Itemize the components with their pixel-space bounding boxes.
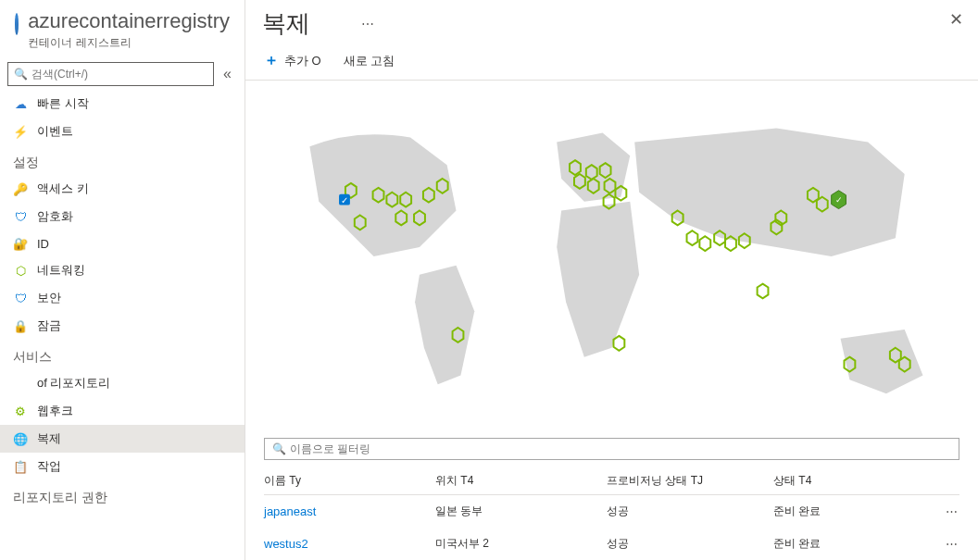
menu-label: 복제	[37, 430, 61, 447]
sidebar-item-security[interactable]: 🛡 보안	[0, 284, 244, 312]
globe-icon: 🌐	[13, 431, 28, 446]
refresh-label: 새로 고침	[344, 53, 395, 69]
rocket-icon: ☁	[13, 96, 28, 111]
webhook-icon: ⚙	[13, 404, 28, 418]
close-icon[interactable]: ✕	[949, 9, 963, 30]
sidebar-menu: ☁ 빠른 시작 ⚡ 이벤트 설정 🔑 액세스 키 🛡 암호화 🔐 ID ⬡	[0, 90, 244, 560]
menu-label: 보안	[37, 290, 61, 306]
col-provisioning[interactable]: 프로비저닝 상태 TJ	[607, 473, 773, 489]
sidebar-search-input[interactable]	[31, 68, 207, 81]
svg-text:✓: ✓	[341, 195, 348, 205]
row-actions-icon[interactable]: ⋯	[912, 504, 959, 518]
filter-input[interactable]	[290, 442, 951, 455]
menu-label: of 리포지토리	[37, 375, 110, 392]
search-icon: 🔍	[14, 68, 28, 81]
replica-status: 준비 완료	[773, 536, 912, 552]
replica-location: 미국서부 2	[435, 536, 607, 552]
menu-label: 네트워킹	[37, 262, 85, 279]
sidebar-item-networking[interactable]: ⬡ 네트워킹	[0, 256, 244, 284]
collapse-sidebar-icon[interactable]: «	[218, 66, 237, 82]
shield-icon: 🛡	[13, 291, 28, 305]
lock-icon: 🔒	[13, 318, 28, 333]
replica-status: 준비 완료	[773, 504, 912, 519]
lightning-icon: ⚡	[13, 124, 28, 139]
section-settings: 설정	[0, 145, 244, 175]
sidebar-item-identity[interactable]: 🔐 ID	[0, 230, 244, 256]
menu-label: 빠른 시작	[37, 95, 89, 112]
add-label: 추가 O	[284, 53, 321, 69]
sidebar-search[interactable]: 🔍	[7, 62, 214, 86]
svg-marker-21	[699, 236, 710, 251]
sidebar-item-access-keys[interactable]: 🔑 액세스 키	[0, 175, 244, 203]
id-icon: 🔐	[13, 236, 28, 251]
menu-label: 작업	[37, 458, 61, 475]
header: azurecontainerregistry 컨테이너 레지스트리	[0, 0, 244, 58]
svg-marker-20	[687, 230, 698, 245]
refresh-button[interactable]: 새로 고침	[344, 53, 395, 69]
filter-box[interactable]: 🔍	[264, 438, 959, 460]
sidebar-item-encryption[interactable]: 🛡 암호화	[0, 203, 244, 230]
replica-name-link[interactable]: westus2	[264, 537, 435, 551]
sidebar-item-repositories[interactable]: of 리포지토리	[0, 369, 244, 397]
plus-icon: ＋	[264, 51, 279, 70]
sidebar-item-events[interactable]: ⚡ 이벤트	[0, 118, 244, 145]
svg-text:✓: ✓	[835, 195, 843, 205]
toolbar: ＋ 추가 O 새로 고침	[245, 42, 978, 81]
repo-icon	[13, 376, 28, 391]
registry-icon	[15, 13, 19, 35]
add-button[interactable]: ＋ 추가 O	[264, 51, 321, 70]
menu-label: ID	[37, 237, 49, 251]
col-name[interactable]: 이름 Ty	[264, 473, 435, 489]
menu-label: 이벤트	[37, 123, 73, 140]
replica-provisioning: 성공	[607, 536, 773, 552]
replica-provisioning: 성공	[607, 504, 773, 519]
sidebar-item-quickstart[interactable]: ☁ 빠른 시작	[0, 90, 244, 118]
registry-name: azurecontainerregistry	[28, 9, 230, 32]
world-map[interactable]: ✓ ✓	[245, 81, 978, 434]
menu-label: 액세스 키	[37, 180, 89, 197]
row-actions-icon[interactable]: ⋯	[912, 537, 959, 551]
col-status[interactable]: 상태 T4	[773, 473, 912, 489]
replications-table: 이름 Ty 위치 T4 프로비저닝 상태 TJ 상태 T4 japaneast …	[245, 464, 978, 560]
section-repo-perm: 리포지토리 권한	[0, 480, 244, 510]
resource-type-subtitle: 컨테이너 레지스트리	[28, 35, 230, 51]
table-header: 이름 Ty 위치 T4 프로비저닝 상태 TJ 상태 T4	[264, 464, 959, 495]
svg-marker-26	[758, 284, 769, 299]
sidebar-item-replication[interactable]: 🌐 복제	[0, 425, 244, 453]
sidebar-item-webhooks[interactable]: ⚙ 웹후크	[0, 397, 244, 425]
section-services: 서비스	[0, 340, 244, 369]
search-icon: 🔍	[272, 442, 286, 455]
page-title: 복제	[262, 7, 310, 40]
menu-label: 웹후크	[37, 403, 73, 419]
replica-location: 일본 동부	[435, 504, 607, 519]
replica-name-link[interactable]: japaneast	[264, 504, 435, 518]
table-row: westus2 미국서부 2 성공 준비 완료 ⋯	[264, 528, 959, 560]
svg-marker-18	[613, 336, 624, 351]
menu-label: 암호화	[37, 208, 73, 225]
shield-icon: 🛡	[13, 209, 28, 224]
more-icon[interactable]: ⋯	[361, 17, 376, 31]
menu-label: 잠금	[37, 317, 61, 334]
network-icon: ⬡	[13, 263, 28, 278]
key-icon: 🔑	[13, 181, 28, 196]
sidebar-item-locks[interactable]: 🔒 잠금	[0, 312, 244, 340]
tasks-icon: 📋	[13, 459, 28, 474]
sidebar-item-tasks[interactable]: 📋 작업	[0, 453, 244, 480]
col-location[interactable]: 위치 T4	[435, 473, 607, 489]
table-row: japaneast 일본 동부 성공 준비 완료 ⋯	[264, 495, 959, 528]
